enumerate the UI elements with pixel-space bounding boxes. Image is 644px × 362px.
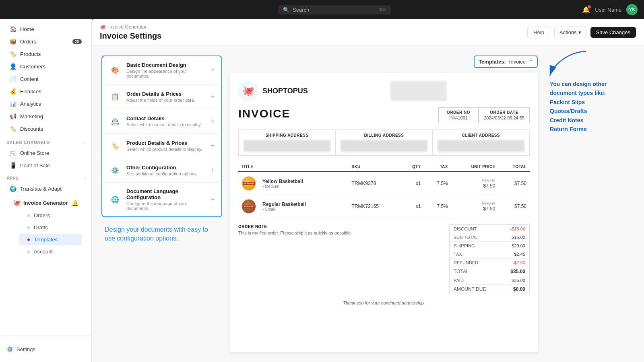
discounts-icon: 🏷️ bbox=[10, 125, 16, 132]
hint-link-packing[interactable]: Packint Slips bbox=[550, 98, 634, 107]
invoice-table: TITLE SKU QTY TAX UNIT PRICE TOTAL bbox=[238, 162, 530, 218]
templates-label: Templates: bbox=[479, 59, 506, 65]
language-desc: Configure the language of your documents… bbox=[126, 201, 206, 211]
hint-link-credit[interactable]: Credit Notes bbox=[550, 116, 634, 125]
search-icon: 🔍 bbox=[283, 7, 289, 13]
contact-plus[interactable]: + bbox=[211, 117, 215, 125]
product-1-info: Yellow Basketball • Medium bbox=[262, 179, 303, 189]
invoice-generator-section: 🐙 Invoice Generator 🔔 Orders Drafts bbox=[0, 195, 91, 259]
templates-box[interactable]: Templates: Invoice ⌃ bbox=[474, 56, 538, 68]
other-config-plus[interactable]: + bbox=[211, 166, 215, 175]
sidebar-item-marketing[interactable]: 📢 Marketing bbox=[3, 110, 88, 122]
language-plus[interactable]: + bbox=[211, 195, 215, 204]
product-2-tax: 7.5% bbox=[424, 195, 451, 218]
hint-link-return[interactable]: Return Forms bbox=[550, 125, 634, 134]
product-details-title: Product Details & Prices bbox=[126, 140, 206, 146]
sidebar-item-analytics[interactable]: 📊 Analytics bbox=[3, 98, 88, 110]
sidebar-item-translate[interactable]: 🌍 Translate & Adapt bbox=[3, 183, 88, 195]
basic-design-desc: Design the appearance of your documents. bbox=[126, 69, 206, 78]
sidebar-subitem-orders[interactable]: Orders bbox=[19, 210, 82, 221]
sidebar-item-customers[interactable]: 👤 Customers bbox=[3, 60, 88, 72]
order-note: ORDER NOTE This is my first order. Pleas… bbox=[238, 224, 443, 294]
totals-total: TOTAL $35.00 bbox=[450, 267, 529, 276]
order-date-box: ORDER DATE 2024/03/22 05:24:55 bbox=[479, 107, 530, 123]
totals-shipping: SHIPPING $20.00 bbox=[450, 242, 529, 250]
totals-table: DISCOUNT -$15.00 SUB TOTAL $15.00 SHIPPI… bbox=[449, 224, 530, 294]
order-date-value: 2024/03/22 05:24:55 bbox=[484, 115, 524, 120]
invoice-header-row: 🐙 SHOPTOPUS bbox=[238, 81, 530, 101]
billing-address-blur bbox=[341, 140, 427, 152]
design-tooltip: Design your documents with easy to use c… bbox=[101, 225, 222, 243]
hint-panel: You can design other document types like… bbox=[546, 56, 634, 352]
sidebar-subitem-account[interactable]: Account bbox=[19, 246, 82, 257]
order-details-plus[interactable]: + bbox=[211, 93, 215, 101]
sidebar-item-content[interactable]: 📄 Content bbox=[3, 73, 88, 85]
content-header: 🐙 Invoice Generator Invoice Settings Hel… bbox=[92, 19, 644, 46]
actions-button[interactable]: Actions ▾ bbox=[554, 27, 586, 38]
pos-icon: 📱 bbox=[10, 162, 16, 169]
totals-tax: TAX $2.45 bbox=[450, 250, 529, 259]
config-item-product-details[interactable]: 🏷️ Product Details & Prices Select which… bbox=[102, 134, 221, 158]
sidebar-item-products[interactable]: 🏷️ Products bbox=[3, 48, 88, 60]
config-item-order-text: Order Details & Prices Adjust the fields… bbox=[126, 91, 206, 103]
online-store-icon: 🛒 bbox=[10, 150, 16, 156]
logo-emoji: 🐙 bbox=[242, 85, 254, 97]
other-config-title: Other Configuration bbox=[126, 165, 206, 171]
settings-item[interactable]: ⚙️ Settings bbox=[0, 341, 91, 357]
sidebar-subitem-drafts[interactable]: Drafts bbox=[19, 222, 82, 233]
help-button[interactable]: Help bbox=[527, 27, 550, 38]
total-value: $35.00 bbox=[510, 269, 525, 274]
config-item-other[interactable]: ⚙️ Other Configuration See additional co… bbox=[102, 158, 221, 183]
product-details-plus[interactable]: + bbox=[211, 142, 215, 150]
product-details-desc: Select which product details to display. bbox=[126, 147, 206, 152]
paid-value: $35.00 bbox=[512, 278, 525, 283]
sidebar-item-home[interactable]: 🏠 Home bbox=[3, 23, 88, 35]
sidebar-item-online-store[interactable]: 🛒 Online Store bbox=[3, 147, 88, 159]
invoice-gen-icon: 🐙 bbox=[13, 199, 21, 207]
basic-design-plus[interactable]: + bbox=[211, 66, 215, 74]
shipping-label: SHIPPING bbox=[454, 243, 475, 248]
sidebar-label-orders: Orders bbox=[20, 39, 36, 45]
sidebar-item-point-of-sale[interactable]: 📱 Point of Sale bbox=[3, 159, 88, 171]
config-item-basic-design[interactable]: 🎨 Basic Document Design Design the appea… bbox=[102, 56, 221, 84]
shipping-address-blur bbox=[244, 140, 330, 152]
config-item-contact[interactable]: 📇 Contact Details Select which contact d… bbox=[102, 109, 221, 134]
sidebar-item-orders[interactable]: 📦 Orders 29 bbox=[3, 35, 88, 47]
hint-panel-text: You can design other document types like… bbox=[550, 80, 634, 134]
header-actions: Help Actions ▾ Save Changes bbox=[527, 27, 636, 38]
apps-section: Apps › bbox=[0, 172, 91, 182]
product-2-qty: x1 bbox=[400, 195, 424, 218]
search-bar[interactable]: 🔍 Search ⌘K bbox=[278, 5, 391, 14]
product-2-sku: TRMK72165 bbox=[349, 195, 401, 218]
avatar[interactable]: YS bbox=[626, 4, 638, 15]
sidebar-subitem-templates[interactable]: Templates bbox=[19, 234, 82, 245]
tax-label: TAX bbox=[454, 252, 462, 257]
sidebar-label-marketing: Marketing bbox=[20, 113, 43, 119]
company-name: SHOPTOPUS bbox=[262, 87, 308, 95]
save-button[interactable]: Save Changes bbox=[590, 27, 636, 38]
sidebar: 🏠 Home 📦 Orders 29 🏷️ Products 👤 Custome… bbox=[0, 19, 92, 362]
language-icon: 🌐 bbox=[109, 193, 122, 206]
finances-icon: 💰 bbox=[10, 88, 16, 95]
totals-subtotal: SUB TOTAL $15.00 bbox=[450, 233, 529, 242]
orders-badge: 29 bbox=[72, 39, 82, 44]
hint-intro: You can design other document types like… bbox=[550, 81, 607, 96]
sidebar-item-finances[interactable]: 💰 Finances bbox=[3, 85, 88, 97]
product-2-thumb: TARMAK bbox=[242, 199, 256, 214]
notification-bell[interactable]: 🔔 bbox=[582, 6, 590, 14]
product-2-variant: • Small bbox=[262, 207, 306, 212]
invoice-gen-subitems: Orders Drafts Templates Account bbox=[6, 210, 85, 257]
config-item-order-details[interactable]: 📋 Order Details & Prices Adjust the fiel… bbox=[102, 84, 221, 109]
sidebar-nav: 🏠 Home 📦 Orders 29 🏷️ Products 👤 Custome… bbox=[0, 19, 91, 335]
config-panel: 🎨 Basic Document Design Design the appea… bbox=[101, 56, 222, 352]
sidebar-item-discounts[interactable]: 🏷️ Discounts bbox=[3, 123, 88, 135]
hint-link-quotes[interactable]: Quotes/Drafts bbox=[550, 107, 634, 115]
config-item-language[interactable]: 🌐 Document Language Configuration Config… bbox=[102, 183, 221, 216]
sidebar-label-discounts: Discounts bbox=[20, 126, 43, 132]
invoice-table-body: TARMAK Yellow Basketball • Medium bbox=[238, 172, 530, 218]
design-tooltip-text: Design your documents with easy to use c… bbox=[105, 226, 208, 242]
invoice-gen-bell[interactable]: 🔔 bbox=[72, 200, 78, 206]
invoice-gen-header[interactable]: 🐙 Invoice Generator 🔔 bbox=[6, 197, 85, 209]
config-item-basic-text: Basic Document Design Design the appeara… bbox=[126, 62, 206, 78]
templates-row: Templates: Invoice ⌃ bbox=[230, 56, 538, 68]
